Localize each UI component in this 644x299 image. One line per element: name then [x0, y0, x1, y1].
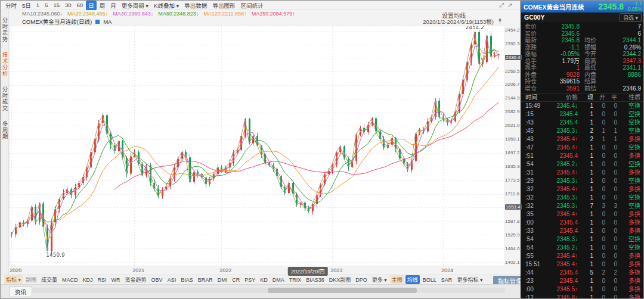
quote-label: 买价 [525, 30, 543, 38]
indicator-button[interactable]: KDJ [81, 276, 95, 284]
period-button[interactable]: 日 [86, 1, 97, 10]
kline-chart-area[interactable] [9, 26, 505, 266]
tick-time: :51 [525, 152, 546, 160]
sidebar-view-tab[interactable]: 分时成交 [1, 86, 9, 111]
indicator-button[interactable]: CR [230, 276, 242, 284]
indicator-button[interactable]: 资金趋势 [123, 275, 148, 284]
col-close: 平 [605, 94, 617, 101]
price-axis-highlight-label: 2330.4 [505, 55, 522, 60]
indicator-button[interactable]: 主图 [390, 275, 404, 284]
kline-canvas[interactable] [10, 26, 504, 266]
left-sidebar: 分时走势 技术分析 分时成交 多周期 [1, 10, 9, 275]
watchlist-button[interactable]: 自选 ▾ [620, 13, 642, 22]
tick-time: :29 [525, 177, 546, 185]
indicator-button[interactable]: 副图 [24, 275, 38, 284]
quote-value: 2345.6 [543, 30, 580, 38]
tick-price: 2345.4 [546, 110, 578, 119]
sidebar-view-tab[interactable]: 技术分析 [1, 52, 9, 77]
price-axis-label: 1773.5 [505, 177, 521, 183]
indicator-button[interactable]: 均线 [405, 275, 420, 284]
tick-close: 0 [605, 110, 617, 119]
period-button[interactable]: 月 [108, 1, 119, 10]
period-button[interactable]: 5 [42, 1, 50, 9]
period-button[interactable]: 30 [63, 1, 74, 9]
tick-row: :54 2345.3↓ 1 0 0 空换 [521, 235, 644, 244]
tick-nature: 空换 [617, 235, 640, 244]
period-button[interactable]: 导出数据 [182, 1, 209, 10]
indicator-button[interactable]: BIAS36 [304, 276, 326, 284]
indicator-button[interactable]: BRAR [196, 276, 215, 284]
tick-vol: 1 [578, 194, 593, 202]
indicator-button[interactable]: BOLL [421, 276, 438, 284]
tick-close: 0 [605, 144, 617, 152]
tick-row: :54 2345.2↓ 1 0 0 空换 [521, 244, 644, 252]
quote-label: 持仓 [525, 78, 543, 85]
period-button[interactable]: 15 [51, 1, 62, 9]
period-button[interactable]: 区间统计 [238, 1, 265, 10]
indicator-button[interactable]: 成交量 [39, 275, 59, 284]
tick-nature: 空换 [617, 110, 640, 119]
period-button[interactable]: 60 [75, 1, 86, 9]
quote-label: 涨幅 [525, 51, 543, 58]
chart-date-range: 2020/1/2-2024/6/19(1153根) [423, 17, 494, 26]
indicator-button[interactable]: 更多 ▾ [370, 275, 389, 284]
time-axis-year-label: 2024 [441, 267, 453, 273]
indicator-button[interactable]: KD [258, 276, 270, 284]
indicator-button[interactable]: BIAS [179, 276, 195, 284]
quote-label: 现手 [525, 64, 543, 71]
tick-nature: 空换 [617, 202, 640, 210]
expand-icon[interactable]: ⤢ [499, 2, 504, 9]
indicator-button[interactable]: SAR [439, 276, 454, 284]
news-tab[interactable]: 资讯 [9, 286, 32, 297]
period-button[interactable]: 周 [97, 1, 108, 10]
period-button[interactable]: 导出图形 [210, 1, 237, 10]
period-button[interactable]: 更多周期 ▾ [119, 1, 151, 10]
chart-hscrollbar-track[interactable] [9, 288, 505, 293]
tick-vol: 1 [578, 260, 593, 269]
period-button[interactable]: 5日 [20, 1, 33, 10]
indicator-button[interactable]: DKX副图 [327, 275, 353, 284]
indicator-button[interactable]: 指标 ▾ [4, 275, 23, 284]
period-button[interactable]: K线叠加 ▾ [151, 1, 181, 10]
tick-close: 0 [605, 152, 617, 160]
popout-icon[interactable]: ↗ [507, 2, 512, 9]
sidebar-view-tab[interactable]: 多周期 [1, 121, 9, 140]
indicator-button[interactable]: DMA [271, 276, 286, 284]
tick-row: :55 2345.4↑ 1 0 0 多换 [521, 252, 644, 260]
pin-icon[interactable] [497, 18, 503, 26]
tick-close: 1 [605, 135, 617, 144]
price-axis-label: 1711.6 [505, 191, 521, 197]
indicator-button[interactable]: OBV [150, 276, 165, 284]
indicator-button[interactable]: WR [110, 276, 122, 284]
tick-time: :32 [525, 202, 546, 210]
status-bar: 资讯 [1, 284, 521, 299]
tick-close: 0 [605, 227, 617, 235]
indicator-button[interactable]: MACD [60, 276, 80, 284]
time-axis-year-label: 2022 [219, 267, 231, 273]
quote-row: 现手 1 最低 2341.1 [521, 64, 644, 71]
tick-price: 2345.4 [546, 152, 578, 160]
period-button[interactable]: 1 [34, 1, 42, 9]
tick-price: 2345.4 [546, 227, 578, 235]
indicator-button[interactable]: ASI [166, 276, 178, 284]
indicator-button[interactable]: TRIX [287, 276, 304, 284]
tick-time: 15:49 [525, 102, 546, 110]
tick-open: 1 [593, 127, 605, 135]
indicator-button[interactable]: RSI [96, 276, 109, 284]
time-axis-year-label: 2020 [10, 267, 21, 273]
tick-time: :32 [525, 185, 546, 194]
price-axis-label: 1525.9 [505, 232, 521, 238]
quote-label [580, 30, 601, 38]
indicator-button[interactable]: 更多指标 ▾ [455, 275, 484, 284]
indicator-button[interactable]: PSY [243, 276, 257, 284]
tick-nature: 多换 [617, 294, 640, 299]
tick-close: 2 [605, 269, 617, 277]
indicator-button[interactable]: DPO [354, 276, 369, 284]
sidebar-view-tab[interactable]: 分时走势 [1, 17, 9, 42]
tick-nature: 多换 [617, 227, 640, 235]
tick-open: 0 [593, 285, 605, 294]
chart-hscrollbar-thumb[interactable] [268, 288, 417, 293]
tick-vol: 7 [578, 202, 593, 210]
indicator-button[interactable]: DMI [216, 276, 230, 284]
period-button[interactable]: 分时 [3, 1, 19, 10]
